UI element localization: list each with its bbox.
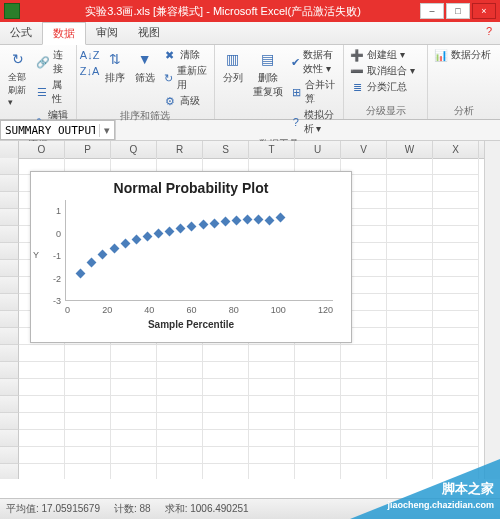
cell[interactable] — [203, 345, 249, 362]
cell[interactable] — [387, 362, 433, 379]
cell[interactable] — [387, 175, 433, 192]
sort-button[interactable]: ⇅排序 — [103, 47, 127, 87]
cell[interactable] — [387, 430, 433, 447]
cell[interactable] — [387, 294, 433, 311]
cell[interactable] — [295, 345, 341, 362]
cell[interactable] — [387, 345, 433, 362]
row-header[interactable] — [0, 209, 19, 226]
cell[interactable] — [387, 447, 433, 464]
connections-button[interactable]: 🔗连接 — [36, 47, 70, 77]
advanced-button[interactable]: ⚙高级 — [163, 93, 208, 109]
cell[interactable] — [433, 362, 479, 379]
text-to-columns-button[interactable]: ▥分列 — [221, 47, 245, 87]
cell[interactable] — [65, 464, 111, 479]
cell[interactable] — [387, 413, 433, 430]
cell[interactable] — [19, 464, 65, 479]
cell[interactable] — [295, 464, 341, 479]
group-button[interactable]: ➕创建组 ▾ — [350, 47, 415, 63]
cell[interactable] — [295, 447, 341, 464]
clear-button[interactable]: ✖清除 — [163, 47, 208, 63]
cell[interactable] — [65, 362, 111, 379]
cell[interactable] — [249, 362, 295, 379]
cell[interactable] — [111, 345, 157, 362]
cell[interactable] — [203, 464, 249, 479]
cell[interactable] — [387, 311, 433, 328]
cell[interactable] — [111, 413, 157, 430]
cell[interactable] — [387, 328, 433, 345]
cell[interactable] — [341, 345, 387, 362]
name-box-input[interactable] — [1, 124, 99, 137]
cell[interactable] — [249, 430, 295, 447]
cell[interactable] — [387, 158, 433, 175]
maximize-button[interactable]: □ — [446, 3, 470, 19]
cell[interactable] — [203, 362, 249, 379]
col-header[interactable]: R — [157, 141, 203, 158]
col-header[interactable]: V — [341, 141, 387, 158]
vertical-scrollbar[interactable] — [484, 141, 500, 479]
col-header[interactable]: W — [387, 141, 433, 158]
cell[interactable] — [433, 277, 479, 294]
cell[interactable] — [249, 396, 295, 413]
cell[interactable] — [387, 226, 433, 243]
col-header[interactable]: U — [295, 141, 341, 158]
cell[interactable] — [249, 447, 295, 464]
cell[interactable] — [433, 192, 479, 209]
cell[interactable] — [433, 158, 479, 175]
cell[interactable] — [65, 430, 111, 447]
cell[interactable] — [433, 294, 479, 311]
cell[interactable] — [111, 430, 157, 447]
row-header[interactable] — [0, 345, 19, 362]
refresh-button[interactable]: ↻ 全部刷新▾ — [6, 47, 30, 109]
row-header[interactable] — [0, 243, 19, 260]
cell[interactable] — [111, 464, 157, 479]
remove-dup-button[interactable]: ▤删除 重复项 — [251, 47, 285, 101]
cell[interactable] — [203, 413, 249, 430]
cell[interactable] — [387, 277, 433, 294]
ungroup-button[interactable]: ➖取消组合 ▾ — [350, 63, 415, 79]
cell[interactable] — [295, 379, 341, 396]
sort-az-button[interactable]: A↓Z — [83, 47, 97, 63]
cell[interactable] — [19, 396, 65, 413]
tab-view[interactable]: 视图 — [128, 22, 170, 44]
cell[interactable] — [203, 396, 249, 413]
cell[interactable] — [433, 345, 479, 362]
tab-formulas[interactable]: 公式 — [0, 22, 42, 44]
cell[interactable] — [341, 379, 387, 396]
cell[interactable] — [157, 464, 203, 479]
cell[interactable] — [157, 413, 203, 430]
cell[interactable] — [19, 345, 65, 362]
cell[interactable] — [387, 396, 433, 413]
name-box[interactable]: ▾ — [0, 120, 115, 140]
cell[interactable] — [203, 430, 249, 447]
cell[interactable] — [157, 379, 203, 396]
cell[interactable] — [341, 447, 387, 464]
row-header[interactable] — [0, 379, 19, 396]
cell[interactable] — [433, 226, 479, 243]
row-header[interactable] — [0, 430, 19, 447]
cell[interactable] — [249, 464, 295, 479]
consolidate-button[interactable]: ⊞合并计算 — [291, 77, 337, 107]
minimize-button[interactable]: – — [420, 3, 444, 19]
cell[interactable] — [433, 175, 479, 192]
cell[interactable] — [387, 260, 433, 277]
help-button[interactable]: ? — [478, 22, 500, 44]
row-header[interactable] — [0, 226, 19, 243]
name-box-dropdown[interactable]: ▾ — [99, 124, 114, 137]
formula-input[interactable] — [115, 120, 500, 140]
cell[interactable] — [111, 379, 157, 396]
cell[interactable] — [433, 447, 479, 464]
col-header[interactable]: O — [19, 141, 65, 158]
cell[interactable] — [433, 311, 479, 328]
subtotal-button[interactable]: ≣分类汇总 — [350, 79, 415, 95]
cell[interactable] — [341, 464, 387, 479]
cell[interactable] — [19, 413, 65, 430]
cell[interactable] — [433, 396, 479, 413]
worksheet-grid[interactable]: O P Q R S T U V W X Normal Probability P… — [0, 141, 500, 479]
cell[interactable] — [249, 413, 295, 430]
cell[interactable] — [341, 362, 387, 379]
row-header[interactable] — [0, 396, 19, 413]
cell[interactable] — [19, 362, 65, 379]
row-header[interactable] — [0, 447, 19, 464]
row-header[interactable] — [0, 260, 19, 277]
cell[interactable] — [249, 345, 295, 362]
